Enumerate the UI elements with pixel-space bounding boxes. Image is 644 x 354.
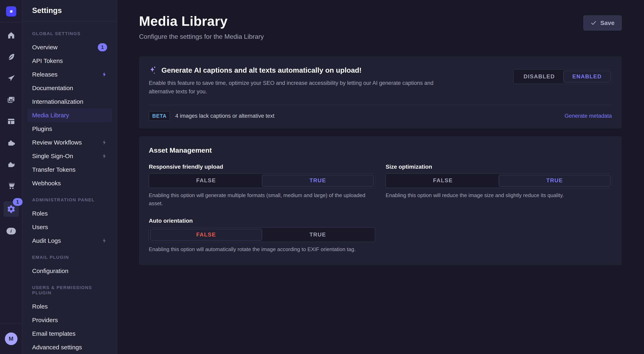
asset-management-title: Asset Management xyxy=(149,146,612,154)
avatar[interactable]: M xyxy=(5,333,18,345)
settings-sidebar: Settings GLOBAL SETTINGS Overview 1 API … xyxy=(22,0,117,354)
page-header: Media Library Configure the settings for… xyxy=(139,13,622,40)
generate-metadata-link[interactable]: Generate metadata xyxy=(564,113,612,119)
rail-icon-list: 1 i xyxy=(4,23,19,234)
sidebar-item-single-sign-on[interactable]: Single Sign-On xyxy=(27,149,112,163)
page-title: Media Library xyxy=(139,13,264,29)
paper-plane-icon[interactable] xyxy=(7,74,16,83)
sidebar-item-email-templates[interactable]: Email templates xyxy=(27,327,112,341)
feather-icon[interactable] xyxy=(7,52,16,61)
field-size-optimization: Size optimization FALSE TRUE Enabling th… xyxy=(386,164,612,208)
field-label: Auto orientation xyxy=(149,218,375,224)
overview-badge: 1 xyxy=(98,43,107,51)
info-icon[interactable]: i xyxy=(6,228,16,234)
sidebar-header: Settings xyxy=(22,0,117,21)
asset-management-card: Asset Management Responsive friendly upl… xyxy=(139,136,622,265)
toggle-option-false[interactable]: FALSE xyxy=(387,175,499,186)
sidebar-item-admin-roles[interactable]: Roles xyxy=(27,207,112,220)
sidebar-item-media-library[interactable]: Media Library xyxy=(27,108,112,122)
strapi-logo-icon[interactable] xyxy=(6,6,16,16)
sidebar-item-documentation[interactable]: Documentation xyxy=(27,81,112,95)
field-hint: Enabling this option will generate multi… xyxy=(149,191,374,208)
ai-banner-card: Generate AI captions and alt texts autom… xyxy=(139,56,622,129)
home-icon[interactable] xyxy=(7,31,16,40)
sidebar-item-review-workflows[interactable]: Review Workflows xyxy=(27,136,112,149)
check-icon xyxy=(590,20,597,26)
rail-bottom: M xyxy=(0,323,22,354)
toggle-option-true[interactable]: TRUE xyxy=(499,175,611,186)
layout-icon[interactable] xyxy=(7,117,16,126)
toggle-option-true[interactable]: TRUE xyxy=(262,175,374,186)
section-label-administration-panel: ADMINISTRATION PANEL xyxy=(27,197,112,202)
sidebar-item-advanced-settings[interactable]: Advanced settings xyxy=(27,341,112,354)
auto-orientation-toggle: FALSE TRUE xyxy=(149,227,375,242)
section-label-global-settings: GLOBAL SETTINGS xyxy=(27,31,112,36)
lightning-icon xyxy=(102,238,107,244)
app-root: 1 i M Settings GLOBAL SETTINGS Overview … xyxy=(0,0,644,354)
toggle-option-false[interactable]: FALSE xyxy=(150,229,262,240)
responsive-upload-toggle: FALSE TRUE xyxy=(149,173,375,188)
section-label-users-permissions-plugin: USERS & PERMISSIONS PLUGIN xyxy=(27,285,112,296)
sidebar-item-up-roles[interactable]: Roles xyxy=(27,300,112,313)
ai-banner-description: Enable this feature to save time, optimi… xyxy=(149,79,460,96)
puzzle-icon[interactable] xyxy=(7,139,16,147)
sidebar-item-transfer-tokens[interactable]: Transfer Tokens xyxy=(27,163,112,177)
sidebar-item-releases[interactable]: Releases xyxy=(27,68,112,81)
field-label: Responsive friendly upload xyxy=(149,164,375,170)
main-content: Media Library Configure the settings for… xyxy=(117,0,644,354)
cart-icon[interactable] xyxy=(7,181,16,190)
ai-enable-toggle: DISABLED ENABLED xyxy=(513,69,612,84)
sidebar-item-users[interactable]: Users xyxy=(27,220,112,234)
settings-notification-badge: 1 xyxy=(13,198,22,206)
section-label-email-plugin: EMAIL PLUGIN xyxy=(27,255,112,260)
lightning-icon xyxy=(102,140,107,145)
sidebar-item-plugins[interactable]: Plugins xyxy=(27,122,112,136)
sidebar-item-overview[interactable]: Overview 1 xyxy=(27,40,112,54)
sparkles-icon xyxy=(149,66,157,75)
field-responsive-friendly-upload: Responsive friendly upload FALSE TRUE En… xyxy=(149,164,375,208)
toggle-option-disabled[interactable]: DISABLED xyxy=(515,71,564,82)
sidebar-nav-list: GLOBAL SETTINGS Overview 1 API Tokens Re… xyxy=(22,21,117,354)
sidebar-title: Settings xyxy=(32,6,62,15)
beta-badge: BETA xyxy=(149,111,170,121)
gear-icon xyxy=(7,205,16,213)
ai-banner-title: Generate AI captions and alt texts autom… xyxy=(162,66,362,74)
sidebar-item-api-tokens[interactable]: API Tokens xyxy=(27,54,112,68)
sidebar-item-webhooks[interactable]: Webhooks xyxy=(27,177,112,190)
save-button-label: Save xyxy=(600,19,614,26)
toggle-option-enabled[interactable]: ENABLED xyxy=(564,71,610,82)
field-hint: Enabling this option will automatically … xyxy=(149,245,374,253)
images-icon[interactable] xyxy=(7,95,16,104)
page-subtitle: Configure the settings for the Media Lib… xyxy=(139,33,264,40)
save-button[interactable]: Save xyxy=(584,15,622,30)
size-optimization-toggle: FALSE TRUE xyxy=(386,173,612,188)
settings-gear-button[interactable]: 1 xyxy=(4,201,19,217)
sidebar-item-audit-logs[interactable]: Audit Logs xyxy=(27,234,112,247)
puzzle-alt-icon[interactable] xyxy=(7,160,16,169)
lightning-icon xyxy=(102,153,107,159)
lightning-icon xyxy=(102,72,107,77)
toggle-option-false[interactable]: FALSE xyxy=(150,175,262,186)
toggle-option-true[interactable]: TRUE xyxy=(262,229,374,240)
nav-rail: 1 i M xyxy=(0,0,22,354)
field-label: Size optimization xyxy=(386,164,612,170)
field-auto-orientation: Auto orientation FALSE TRUE Enabling thi… xyxy=(149,218,375,253)
banner-divider xyxy=(149,105,612,105)
field-hint: Enabling this option will reduce the ima… xyxy=(386,191,611,199)
sidebar-item-internationalization[interactable]: Internationalization xyxy=(27,95,112,108)
ai-banner-text: Generate AI captions and alt texts autom… xyxy=(149,66,460,96)
sidebar-item-providers[interactable]: Providers xyxy=(27,313,112,327)
ai-status-text: 4 images lack captions or alternative te… xyxy=(175,113,274,119)
logo-box xyxy=(0,0,22,23)
sidebar-item-email-configuration[interactable]: Configuration xyxy=(27,264,112,278)
